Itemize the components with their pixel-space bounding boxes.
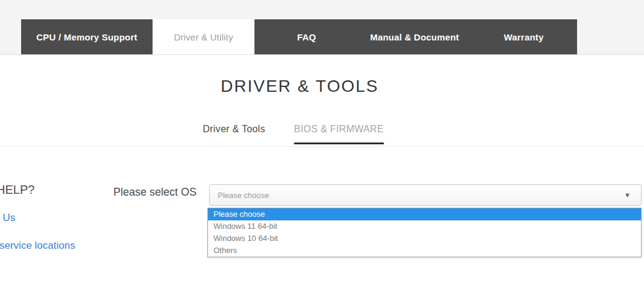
os-dropdown-list: Please choose Windows 11 64-bit Windows … [207,208,642,257]
subtab-bios-firmware[interactable]: BIOS & FIRMWARE [294,124,384,144]
tab-manual-document[interactable]: Manual & Document [359,19,470,54]
os-select-label: Please select OS [113,186,197,199]
product-tabbar: CPU / Memory Support Driver & Utility FA… [21,19,577,54]
os-select-value: Please choose [210,191,624,200]
service-locations-link[interactable]: service locations [0,240,75,252]
tab-driver-utility[interactable]: Driver & Utility [153,19,254,54]
os-option-windows-10[interactable]: Windows 10 64-bit [208,232,641,245]
os-option-please-choose[interactable]: Please choose [208,208,641,220]
os-option-windows-11[interactable]: Windows 11 64-bit [208,220,641,232]
os-option-others[interactable]: Others [208,245,641,257]
page-title: DRIVER & TOOLS [221,77,379,96]
chevron-down-icon: ▼ [624,191,641,199]
contact-us-link[interactable]: l Us [0,212,15,224]
subtab-driver-tools[interactable]: Driver & Tools [203,124,265,142]
tab-cpu-memory-support[interactable]: CPU / Memory Support [21,19,153,54]
tab-faq[interactable]: FAQ [254,19,359,54]
header-strip: CPU / Memory Support Driver & Utility FA… [0,0,644,55]
tab-warranty[interactable]: Warranty [470,19,577,54]
help-heading: HELP? [0,183,34,197]
os-select[interactable]: Please choose ▼ [209,184,642,206]
section-divider [0,146,644,147]
driver-subtabs: Driver & Tools BIOS & FIRMWARE [0,124,644,147]
